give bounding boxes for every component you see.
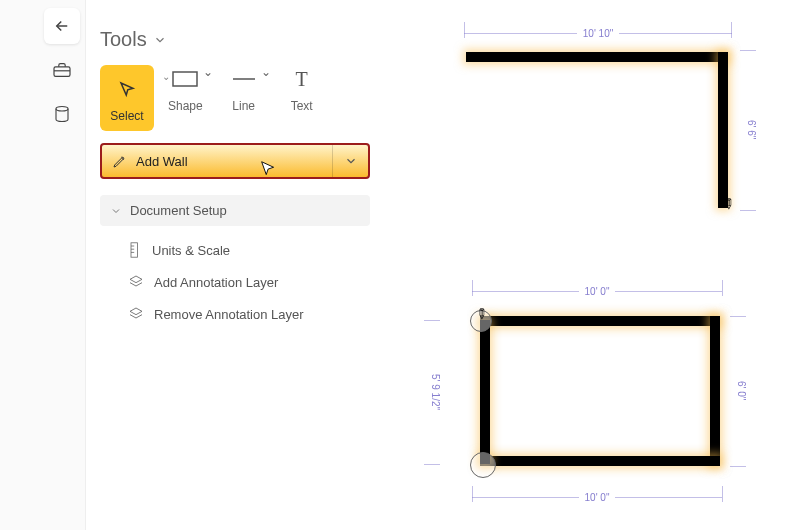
cursor-icon	[118, 80, 136, 98]
tool-label: Text	[291, 99, 313, 113]
chevron-down-icon	[344, 154, 358, 168]
pen-icon	[112, 153, 128, 169]
wall-segment[interactable]	[480, 316, 720, 326]
wall-segment[interactable]	[480, 456, 720, 466]
wall-segment[interactable]	[480, 320, 490, 464]
tool-text[interactable]: T Text	[285, 65, 319, 113]
item-add-annotation-layer[interactable]: Add Annotation Layer	[100, 266, 370, 298]
tools-panel: Tools Select ⌄ Shape ⌄	[100, 28, 370, 330]
wall-segment[interactable]	[466, 52, 728, 62]
chevron-down-icon[interactable]: ⌄	[261, 65, 271, 79]
tool-shape[interactable]: Shape	[168, 65, 203, 113]
chevron-down-icon	[153, 33, 167, 47]
item-remove-annotation-layer[interactable]: Remove Annotation Layer	[100, 298, 370, 330]
layers-remove-icon	[128, 306, 144, 322]
dimension-top-1: 10' 10"	[464, 28, 732, 38]
drawing-canvas[interactable]: 10' 10" 6' 6" ✎ 10' 0" 6' 0" 5' 9 1/2" 1…	[390, 0, 795, 530]
app-sidebar	[0, 0, 86, 530]
section-label: Document Setup	[130, 203, 227, 218]
toolbox-icon	[52, 62, 72, 78]
item-label: Add Annotation Layer	[154, 275, 278, 290]
tool-label: Shape	[168, 99, 203, 113]
cylinder-icon	[53, 104, 71, 124]
dimension-right-1: 6' 6"	[746, 50, 756, 210]
document-setup-header[interactable]: Document Setup	[100, 195, 370, 226]
vertex-handle[interactable]	[470, 452, 496, 478]
line-icon	[232, 75, 256, 83]
layers-add-icon	[128, 274, 144, 290]
toolbox-button[interactable]	[44, 52, 80, 88]
item-units-scale[interactable]: Units & Scale	[100, 234, 370, 266]
svg-rect-0	[54, 67, 70, 77]
wall-segment[interactable]	[710, 316, 720, 466]
add-wall-label: Add Wall	[136, 154, 188, 169]
arrow-left-icon	[53, 17, 71, 35]
add-wall-dropdown[interactable]	[332, 145, 368, 177]
rectangle-icon	[172, 71, 198, 87]
tool-label: Line	[232, 99, 255, 113]
wall-segment[interactable]	[718, 52, 728, 208]
dimension-left-2: 5' 9 1/2"	[430, 320, 440, 464]
item-label: Remove Annotation Layer	[154, 307, 304, 322]
add-wall-button[interactable]: Add Wall	[100, 143, 370, 179]
tool-label: Select	[110, 109, 143, 123]
svg-point-1	[56, 107, 68, 112]
ruler-icon	[128, 242, 142, 258]
dimension-right-2: 6' 0"	[736, 316, 746, 466]
chevron-down-icon	[110, 205, 122, 217]
chevron-down-icon[interactable]: ⌄	[162, 71, 170, 82]
chevron-down-icon[interactable]: ⌄	[203, 65, 213, 79]
svg-rect-4	[131, 243, 137, 257]
back-button[interactable]	[44, 8, 80, 44]
dimension-bottom-2: 10' 0"	[472, 492, 722, 502]
item-label: Units & Scale	[152, 243, 230, 258]
tool-line[interactable]: Line	[227, 65, 261, 113]
tool-row: Select ⌄ Shape ⌄ Line ⌄ T	[100, 65, 370, 131]
panel-title[interactable]: Tools	[100, 28, 370, 51]
dimension-top-2: 10' 0"	[472, 286, 722, 296]
mouse-cursor-icon	[258, 159, 280, 181]
database-button[interactable]	[44, 96, 80, 132]
panel-title-text: Tools	[100, 28, 147, 51]
svg-rect-2	[173, 72, 197, 86]
tool-select[interactable]: Select ⌄	[100, 65, 154, 131]
